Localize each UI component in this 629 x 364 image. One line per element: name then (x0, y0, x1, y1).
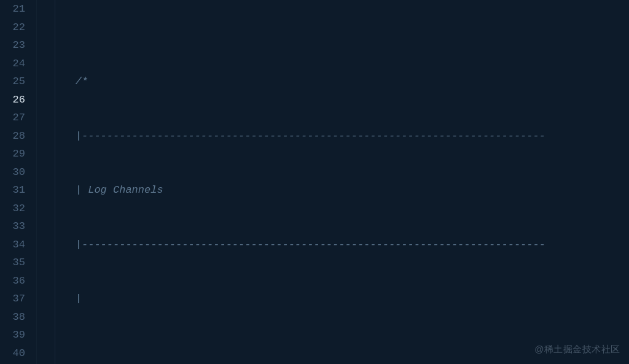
line-number: 31 (0, 181, 25, 199)
line-number-gutter: 21 22 23 24 25 26 27 28 29 30 31 32 33 3… (0, 0, 37, 364)
line-number: 22 (0, 18, 25, 37)
line-number: 34 (0, 236, 25, 254)
comment-text: | Log Channels (50, 184, 163, 196)
line-number: 40 (0, 344, 25, 363)
line-number: 33 (0, 217, 25, 236)
watermark-text: @稀土掘金技术社区 (534, 340, 620, 358)
code-line[interactable]: /* (50, 72, 629, 91)
line-number-current: 26 (0, 91, 25, 109)
line-number: 36 (0, 272, 25, 290)
line-number: 24 (0, 55, 25, 73)
line-number: 23 (0, 36, 25, 55)
line-number: 29 (0, 145, 25, 163)
line-number: 39 (0, 326, 25, 344)
line-number: 35 (0, 254, 25, 272)
line-number: 21 (0, 0, 25, 18)
line-number: 25 (0, 72, 25, 91)
line-number: 38 (0, 308, 25, 327)
code-line[interactable]: | Log Channels (50, 181, 629, 199)
code-editor[interactable]: 21 22 23 24 25 26 27 28 29 30 31 32 33 3… (0, 0, 629, 364)
code-area[interactable]: /* |------------------------------------… (37, 0, 629, 364)
line-number: 27 (0, 109, 25, 127)
code-line[interactable]: |---------------------------------------… (50, 236, 629, 254)
line-number: 32 (0, 199, 25, 218)
code-line[interactable]: |---------------------------------------… (50, 127, 629, 145)
comment-text: |---------------------------------------… (50, 130, 545, 142)
code-line[interactable]: | (50, 290, 629, 308)
line-number: 30 (0, 163, 25, 182)
line-number: 28 (0, 127, 25, 145)
comment-text: | (50, 293, 82, 304)
line-number: 37 (0, 290, 25, 308)
comment-text: |---------------------------------------… (50, 239, 545, 250)
comment-text: /* (50, 76, 88, 87)
